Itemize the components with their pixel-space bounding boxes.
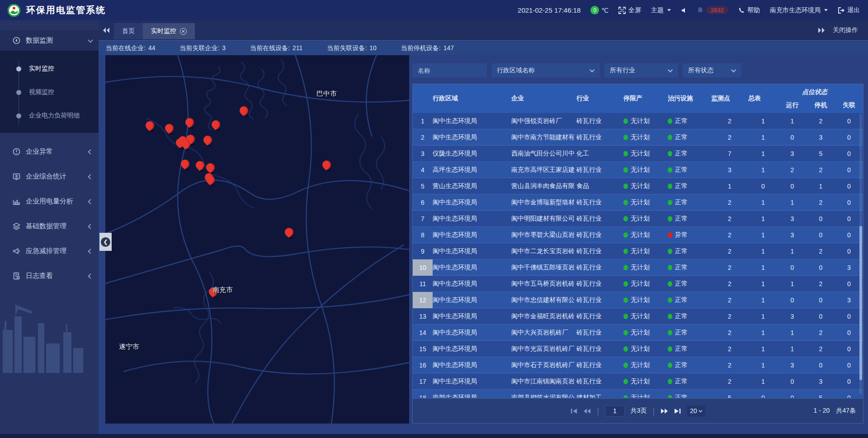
table-scrollbar[interactable] xyxy=(859,114,862,394)
close-operations-button[interactable]: 关闭操作 xyxy=(829,26,868,34)
table-row[interactable]: 1 阆中生态环境局 阆中强锐页岩砖厂 砖瓦行业 无计划 正常 2 1 1 2 0 xyxy=(413,113,863,129)
map-collapse-handle[interactable]: ❮ xyxy=(99,233,112,251)
theme-dropdown[interactable]: 主题 xyxy=(651,6,671,14)
table-row[interactable]: 5 营山生态环境局 营山县润丰肉食品有限 食品 无计划 正常 1 0 0 1 0 xyxy=(413,178,863,194)
map-pin-icon[interactable] xyxy=(240,106,249,115)
cell-offline: 0 xyxy=(835,150,863,157)
cell-facility-status: 正常 xyxy=(668,280,711,288)
table-row[interactable]: 9 阆中生态环境局 阆中市二龙长宝页岩砖 砖瓦行业 无计划 正常 2 1 1 2… xyxy=(413,243,863,259)
status-dot-icon xyxy=(668,151,672,156)
cell-total-meters: 1 xyxy=(748,248,778,255)
map-pin-icon[interactable] xyxy=(203,136,212,145)
last-page-button[interactable] xyxy=(674,408,681,414)
chevron-left-icon xyxy=(88,149,93,154)
page-number-input[interactable] xyxy=(605,405,625,417)
table-row[interactable]: 17 阆中生态环境局 阆中市江南镇阆南页岩 砖瓦行业 无计划 正常 2 1 0 … xyxy=(413,373,863,390)
table-row[interactable]: 3 仪陇生态环境局 西南油气田分公司川中 化工 无计划 正常 7 1 3 5 0 xyxy=(413,146,863,162)
col-header-limit[interactable]: 停限产 xyxy=(623,94,668,103)
status-filter-select[interactable]: 所有状态 xyxy=(683,63,741,78)
cell-running: 2 xyxy=(778,166,807,174)
sidebar-item-realtime-monitoring[interactable]: 实时监控 xyxy=(0,57,99,80)
cell-region: 阆中生态环境局 xyxy=(433,377,499,386)
map-pin-icon[interactable] xyxy=(181,160,190,169)
col-header-offline[interactable]: 失联 xyxy=(835,101,863,109)
col-header-stopped[interactable]: 停机 xyxy=(807,101,835,109)
col-header-industry[interactable]: 行业 xyxy=(576,94,623,103)
sidebar-item-power-analysis[interactable]: 企业用电量分析 xyxy=(0,189,99,214)
sidebar-item-video-monitoring[interactable]: 视频监控 xyxy=(0,80,99,104)
status-dot-icon xyxy=(623,363,628,368)
table-row[interactable]: 15 阆中生态环境局 阆中市光富页岩机砖厂 砖瓦行业 无计划 正常 2 1 1 … xyxy=(413,341,863,357)
map-pin-icon[interactable] xyxy=(165,124,174,133)
cell-stopped: 2 xyxy=(807,199,835,206)
table-row[interactable]: 6 阆中生态环境局 阆中市金博瑞新型墙材 砖瓦行业 无计划 正常 2 1 1 2… xyxy=(413,194,863,211)
sidebar-item-base-data[interactable]: 基础数据管理 xyxy=(0,214,99,239)
cell-running: 3 xyxy=(778,313,807,320)
sound-toggle[interactable] xyxy=(681,7,687,14)
table-row[interactable]: 16 阆中生态环境局 阆中市石子页岩机砖厂 砖瓦行业 无计划 正常 2 1 3 … xyxy=(413,357,863,373)
help-button[interactable]: 帮助 xyxy=(738,6,760,14)
first-page-button[interactable] xyxy=(571,408,577,414)
cell-company: 阆中市枣碧大梁山页岩 xyxy=(499,231,576,239)
stat-label: 当前在线设备: xyxy=(250,44,290,52)
col-header-points[interactable]: 监测点 xyxy=(711,94,748,103)
tab-home[interactable]: 首页 xyxy=(114,23,143,39)
map-pin-icon[interactable] xyxy=(212,120,221,129)
chevron-left-icon xyxy=(88,199,93,204)
name-filter-field[interactable] xyxy=(412,63,487,78)
table-row[interactable]: 8 阆中生态环境局 阆中市枣碧大梁山页岩 砖瓦行业 无计划 异常 2 1 3 0… xyxy=(413,227,863,243)
sidebar-item-power-load-detail[interactable]: 企业电力负荷明细 xyxy=(0,104,99,127)
scrollbar-thumb[interactable] xyxy=(859,226,862,380)
table-row[interactable]: 18 南部生态环境局 南部县砌筑水泥有限公 建材加工 无计划 正常 5 0 0 … xyxy=(413,390,863,398)
col-header-facility[interactable]: 治污设施 xyxy=(668,94,711,103)
table-row[interactable]: 12 阆中生态环境局 阆中市忠信建材有限公 砖瓦行业 无计划 正常 2 1 0 … xyxy=(413,292,863,308)
org-dropdown[interactable]: 南充市生态环境局 xyxy=(770,6,828,14)
cell-total-meters: 1 xyxy=(748,118,778,125)
stat-value: 44 xyxy=(148,44,156,52)
map-pin-icon[interactable] xyxy=(146,121,155,130)
col-header-region[interactable]: 行政区域 xyxy=(433,94,499,103)
map-pin-icon[interactable] xyxy=(206,175,215,184)
cell-company: 阆中市光富页岩机砖厂 xyxy=(499,345,576,353)
prev-page-button[interactable] xyxy=(583,408,591,414)
table-row[interactable]: 10 阆中生态环境局 阆中千佛镇五郎垭页岩 砖瓦行业 无计划 正常 2 1 0 … xyxy=(413,259,863,276)
table-row[interactable]: 11 阆中生态环境局 阆中市五马桥页岩机砖 砖瓦行业 无计划 正常 2 1 1 … xyxy=(413,276,863,292)
col-header-company[interactable]: 企业 xyxy=(499,94,576,103)
tab-close-icon[interactable]: ✕ xyxy=(180,28,187,35)
notifications[interactable]: 2632 xyxy=(697,6,728,14)
table-row[interactable]: 4 高坪生态环境局 南充市高坪区王家店建 砖瓦行业 无计划 正常 3 1 2 2… xyxy=(413,162,863,178)
page-size-select[interactable]: 20 xyxy=(687,405,705,417)
col-header-running[interactable]: 运行 xyxy=(778,101,807,109)
sidebar-item-enterprise-statistics[interactable]: 企业综合统计 xyxy=(0,164,99,189)
map-pin-icon[interactable] xyxy=(185,118,194,127)
sidebar-item-data-monitoring[interactable]: 数据监测 xyxy=(0,30,99,51)
status-dot-icon xyxy=(668,118,672,124)
map-pin-icon[interactable] xyxy=(285,228,294,237)
map-pin-icon[interactable] xyxy=(206,163,215,172)
name-filter-input[interactable] xyxy=(418,67,481,74)
status-dot-icon xyxy=(668,330,672,335)
map-pin-icon[interactable] xyxy=(196,161,205,170)
table-row[interactable]: 14 阆中生态环境局 阆中大兴页岩机砖厂 砖瓦行业 无计划 正常 2 1 1 2… xyxy=(413,325,863,341)
cell-stopped: 2 xyxy=(807,248,835,255)
cell-running: 0 xyxy=(778,264,807,271)
map-pin-icon[interactable] xyxy=(182,140,191,149)
fullscreen-button[interactable]: 全屏 xyxy=(618,6,641,14)
table-row[interactable]: 2 阆中生态环境局 阆中市南方节能建材有 砖瓦行业 无计划 正常 2 1 0 3… xyxy=(413,129,863,146)
status-dot-icon xyxy=(668,216,672,221)
region-filter-select[interactable]: 行政区域名称 xyxy=(491,63,600,78)
next-page-button[interactable] xyxy=(660,408,668,414)
tabs-scroll-right-button[interactable] xyxy=(814,27,829,33)
tab-realtime-monitoring[interactable]: 实时监控 ✕ xyxy=(143,23,195,39)
table-row[interactable]: 13 阆中生态环境局 阆中市金福旺页岩机砖 砖瓦行业 无计划 正常 2 1 3 … xyxy=(413,308,863,325)
sidebar-item-emission-reduction[interactable]: 应急减排管理 xyxy=(0,239,99,264)
map-pin-icon[interactable] xyxy=(322,160,331,170)
map-panel[interactable]: 巴中市 南充市 遂宁市 xyxy=(105,55,409,424)
cell-facility-status: 正常 xyxy=(668,296,711,304)
logout-button[interactable]: 退出 xyxy=(838,6,860,14)
industry-filter-select[interactable]: 所有行业 xyxy=(604,63,678,78)
sidebar-item-enterprise-anomaly[interactable]: 企业异常 xyxy=(0,139,99,164)
row-index: 11 xyxy=(413,276,433,292)
tabs-scroll-left-button[interactable] xyxy=(99,27,114,33)
table-row[interactable]: 7 阆中生态环境局 阆中明阳建材有限公司 砖瓦行业 无计划 正常 2 1 3 0… xyxy=(413,211,863,227)
